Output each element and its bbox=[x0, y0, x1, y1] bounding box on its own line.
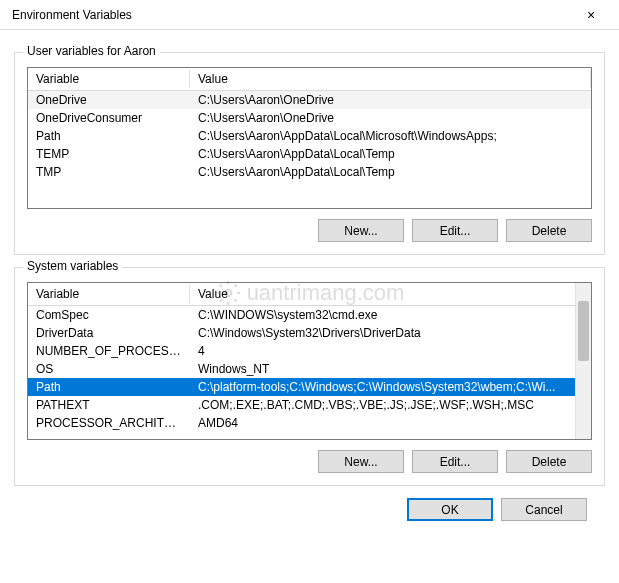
sys-scrollbar-thumb[interactable] bbox=[578, 301, 589, 361]
cell-value: 4 bbox=[190, 342, 591, 360]
table-row[interactable]: OSWindows_NT bbox=[28, 360, 591, 378]
cell-variable: TEMP bbox=[28, 145, 190, 163]
user-button-row: New... Edit... Delete bbox=[27, 219, 592, 242]
table-row[interactable]: PROCESSOR_ARCHITECTUREAMD64 bbox=[28, 414, 591, 432]
user-col-variable[interactable]: Variable bbox=[28, 68, 190, 91]
cell-value: C:\Users\Aaron\AppData\Local\Temp bbox=[190, 163, 591, 181]
user-group-label: User variables for Aaron bbox=[23, 44, 160, 58]
user-new-button[interactable]: New... bbox=[318, 219, 404, 242]
cell-variable: NUMBER_OF_PROCESSORS bbox=[28, 342, 190, 360]
table-row[interactable]: PathC:\platform-tools;C:\Windows;C:\Wind… bbox=[28, 378, 591, 396]
sys-scrollbar[interactable] bbox=[575, 283, 591, 439]
dialog-footer: OK Cancel bbox=[14, 486, 605, 521]
sys-col-value[interactable]: Value bbox=[190, 283, 591, 306]
user-variables-group: User variables for Aaron Variable Value … bbox=[14, 52, 605, 255]
table-row[interactable]: OneDriveConsumerC:\Users\Aaron\OneDrive bbox=[28, 109, 591, 127]
close-icon: × bbox=[587, 7, 595, 23]
table-row[interactable]: DriverDataC:\Windows\System32\Drivers\Dr… bbox=[28, 324, 591, 342]
cell-value: .COM;.EXE;.BAT;.CMD;.VBS;.VBE;.JS;.JSE;.… bbox=[190, 396, 591, 414]
cell-variable: ComSpec bbox=[28, 306, 190, 325]
table-row[interactable]: NUMBER_OF_PROCESSORS4 bbox=[28, 342, 591, 360]
sys-new-button[interactable]: New... bbox=[318, 450, 404, 473]
cancel-button[interactable]: Cancel bbox=[501, 498, 587, 521]
cell-value: Windows_NT bbox=[190, 360, 591, 378]
sys-button-row: New... Edit... Delete bbox=[27, 450, 592, 473]
sys-delete-button[interactable]: Delete bbox=[506, 450, 592, 473]
sys-group-label: System variables bbox=[23, 259, 122, 273]
user-delete-button[interactable]: Delete bbox=[506, 219, 592, 242]
system-variables-group: System variables Variable Value ComSpecC… bbox=[14, 267, 605, 486]
cell-value: C:\Users\Aaron\AppData\Local\Microsoft\W… bbox=[190, 127, 591, 145]
cell-value: AMD64 bbox=[190, 414, 591, 432]
user-edit-button[interactable]: Edit... bbox=[412, 219, 498, 242]
cell-variable: PROCESSOR_ARCHITECTURE bbox=[28, 414, 190, 432]
cell-value: C:\Users\Aaron\OneDrive bbox=[190, 109, 591, 127]
cell-value: C:\platform-tools;C:\Windows;C:\Windows\… bbox=[190, 378, 591, 396]
table-row[interactable]: PATHEXT.COM;.EXE;.BAT;.CMD;.VBS;.VBE;.JS… bbox=[28, 396, 591, 414]
titlebar: Environment Variables × bbox=[0, 0, 619, 30]
close-button[interactable]: × bbox=[571, 1, 611, 29]
cell-value: C:\WINDOWS\system32\cmd.exe bbox=[190, 306, 591, 325]
cell-variable: TMP bbox=[28, 163, 190, 181]
window-title: Environment Variables bbox=[12, 8, 132, 22]
user-variables-table: Variable Value OneDriveC:\Users\Aaron\On… bbox=[28, 68, 591, 181]
cell-variable: DriverData bbox=[28, 324, 190, 342]
user-col-value[interactable]: Value bbox=[190, 68, 591, 91]
cell-variable: OS bbox=[28, 360, 190, 378]
sys-edit-button[interactable]: Edit... bbox=[412, 450, 498, 473]
cell-variable: Path bbox=[28, 127, 190, 145]
table-row[interactable]: PathC:\Users\Aaron\AppData\Local\Microso… bbox=[28, 127, 591, 145]
cell-variable: Path bbox=[28, 378, 190, 396]
table-row[interactable]: TMPC:\Users\Aaron\AppData\Local\Temp bbox=[28, 163, 591, 181]
cell-value: C:\Windows\System32\Drivers\DriverData bbox=[190, 324, 591, 342]
table-row[interactable]: ComSpecC:\WINDOWS\system32\cmd.exe bbox=[28, 306, 591, 325]
user-variables-table-wrap[interactable]: Variable Value OneDriveC:\Users\Aaron\On… bbox=[27, 67, 592, 209]
cell-value: C:\Users\Aaron\OneDrive bbox=[190, 91, 591, 110]
system-variables-table-wrap[interactable]: Variable Value ComSpecC:\WINDOWS\system3… bbox=[27, 282, 592, 440]
dialog-content: User variables for Aaron Variable Value … bbox=[0, 30, 619, 535]
system-variables-table: Variable Value ComSpecC:\WINDOWS\system3… bbox=[28, 283, 591, 432]
cell-value: C:\Users\Aaron\AppData\Local\Temp bbox=[190, 145, 591, 163]
table-row[interactable]: TEMPC:\Users\Aaron\AppData\Local\Temp bbox=[28, 145, 591, 163]
cell-variable: PATHEXT bbox=[28, 396, 190, 414]
ok-button[interactable]: OK bbox=[407, 498, 493, 521]
cell-variable: OneDrive bbox=[28, 91, 190, 110]
sys-col-variable[interactable]: Variable bbox=[28, 283, 190, 306]
table-row[interactable]: OneDriveC:\Users\Aaron\OneDrive bbox=[28, 91, 591, 110]
cell-variable: OneDriveConsumer bbox=[28, 109, 190, 127]
